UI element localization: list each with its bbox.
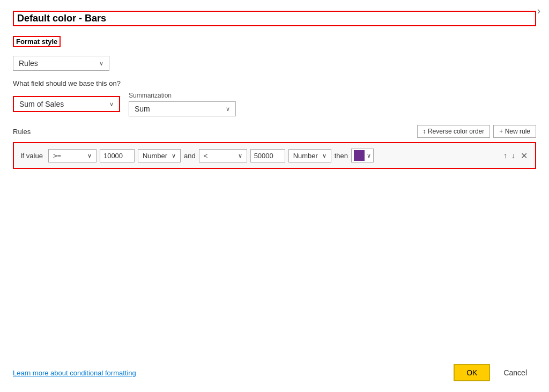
rules-actions: ↕ Reverse color order + New rule — [417, 125, 536, 138]
dialog-title: Default color - Bars — [13, 11, 536, 26]
field-section: What field should we base this on? Sum o… — [13, 79, 536, 116]
type1-dropdown[interactable]: Number ∨ — [138, 149, 181, 162]
field-dropdown-wrapper: Sum of Sales ∨ — [13, 96, 120, 112]
rule-row-container: If value >= ∨ Number ∨ and < ∨ — [13, 142, 536, 169]
type2-value: Number — [293, 152, 318, 160]
operator2-dropdown[interactable]: < ∨ — [199, 149, 247, 162]
operator2-value: < — [204, 152, 208, 160]
type2-dropdown[interactable]: Number ∨ — [288, 149, 331, 162]
format-style-value: Rules — [19, 59, 38, 68]
format-style-section: Format style Rules ∨ — [13, 36, 536, 71]
summarization-dropdown[interactable]: Sum ∨ — [129, 101, 236, 116]
if-value-label: If value — [20, 152, 43, 160]
ok-button[interactable]: OK — [454, 364, 490, 381]
color-swatch — [354, 150, 365, 161]
rules-header: Rules ↕ Reverse color order + New rule — [13, 125, 536, 138]
dialog: › Default color - Bars Format style Rule… — [0, 0, 549, 392]
move-up-button[interactable]: ↑ — [502, 150, 508, 161]
operator2-chevron-icon: ∨ — [238, 152, 242, 159]
operator1-dropdown[interactable]: >= ∨ — [48, 149, 97, 162]
type2-chevron-icon: ∨ — [322, 152, 327, 159]
rule-row: If value >= ∨ Number ∨ and < ∨ — [20, 149, 529, 162]
operator1-value: >= — [53, 152, 61, 160]
color-swatch-button[interactable]: ∨ — [351, 149, 374, 162]
type1-chevron-icon: ∨ — [172, 152, 176, 159]
field-row: Sum of Sales ∨ Summarization Sum ∨ — [13, 92, 536, 116]
type1-value: Number — [143, 152, 167, 160]
field-question-label: What field should we base this on? — [13, 79, 536, 87]
format-style-label: Format style — [13, 36, 61, 47]
learn-more-link[interactable]: Learn more about conditional formatting — [13, 369, 136, 377]
value1-input[interactable] — [100, 149, 135, 162]
cancel-button[interactable]: Cancel — [494, 365, 536, 381]
delete-rule-button[interactable]: ✕ — [520, 150, 529, 162]
format-style-chevron-icon: ∨ — [99, 60, 103, 67]
new-rule-button[interactable]: + New rule — [493, 125, 536, 138]
color-chevron-icon: ∨ — [367, 152, 371, 159]
rule-arrows: ↑ ↓ ✕ — [502, 150, 529, 162]
and-label: and — [184, 152, 196, 160]
summarization-section: Summarization Sum ∨ — [129, 92, 236, 116]
value2-input[interactable] — [250, 149, 285, 162]
move-down-button[interactable]: ↓ — [510, 150, 516, 161]
summarization-chevron-icon: ∨ — [226, 106, 230, 113]
format-style-dropdown[interactable]: Rules ∨ — [13, 56, 109, 71]
bottom-bar: Learn more about conditional formatting … — [13, 364, 536, 381]
rules-label: Rules — [13, 128, 31, 136]
field-dropdown[interactable]: Sum of Sales ∨ — [13, 96, 120, 112]
reverse-color-order-button[interactable]: ↕ Reverse color order — [417, 125, 491, 138]
summarization-label: Summarization — [129, 92, 236, 99]
field-chevron-icon: ∨ — [109, 101, 114, 108]
field-value: Sum of Sales — [19, 100, 64, 108]
operator1-chevron-icon: ∨ — [87, 152, 92, 159]
summarization-value: Sum — [135, 105, 150, 113]
bottom-buttons: OK Cancel — [454, 364, 536, 381]
chevron-right-icon[interactable]: › — [537, 5, 540, 17]
then-label: then — [335, 152, 348, 160]
